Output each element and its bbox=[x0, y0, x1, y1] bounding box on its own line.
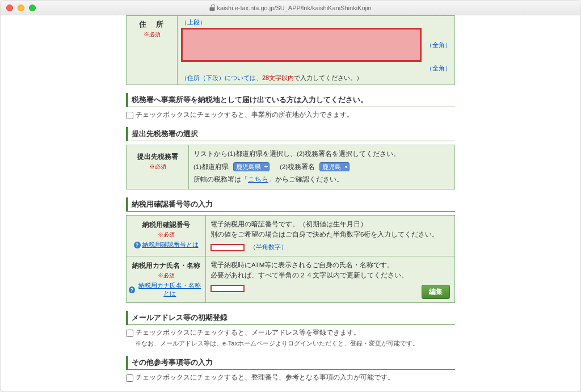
tax-confirm-body: 電子納税用の暗証番号です。（初期値は生年月日） 別の値をご希望の場合はご自身で決… bbox=[206, 216, 454, 256]
office-footnote: 所轄の税務署は「こちら」からご確認ください。 bbox=[193, 174, 450, 186]
foot-post: 」からご確認ください。 bbox=[268, 176, 343, 183]
office-box: 提出先税務署 ※必須 リストから(1)都道府県を選択し、(2)税務署名を選択して… bbox=[126, 145, 455, 189]
mail-subnote: ※なお、メールアドレス等は、e-Taxホームページよりログインいただくと、登録・… bbox=[135, 339, 455, 348]
tax-confirm-help[interactable]: ? 納税用確認番号とは bbox=[129, 241, 203, 249]
url-bar[interactable]: kaishi.e-tax.nta.go.jp/SU_APP/lnk/kaishi… bbox=[209, 5, 371, 11]
mail-checkbox[interactable] bbox=[126, 330, 133, 337]
page-content: 住 所 ※必須 （上段） （全角） （全角） bbox=[126, 15, 455, 391]
tax-kana-help-link[interactable]: 納税用カナ氏名・名称とは bbox=[137, 282, 203, 298]
tax-kana-input[interactable] bbox=[210, 285, 245, 292]
tax-confirm-label-cell: 納税用確認番号 ※必須 ? 納税用確認番号とは bbox=[127, 216, 206, 256]
tax-confirm-help-link[interactable]: 納税用確認番号とは bbox=[142, 241, 199, 249]
mail-check-line[interactable]: チェックボックスにチェックすると、メールアドレス等を登録できます。 bbox=[126, 328, 455, 337]
address-body: （上段） （全角） （全角） （住所（下段）については、28文字以内で入力してく… bbox=[178, 16, 454, 85]
maximize-window-icon[interactable] bbox=[29, 5, 36, 11]
prefecture-select[interactable]: 鹿児島県 bbox=[233, 162, 270, 171]
half-width-note: （半角数字） bbox=[250, 243, 287, 250]
taxnum-heading: 納税用確認番号等の入力 bbox=[126, 197, 455, 212]
foot-link[interactable]: こちら bbox=[248, 176, 268, 183]
help-icon-2: ? bbox=[129, 286, 135, 293]
tax-confirm-box: 納税用確認番号 ※必須 ? 納税用確認番号とは 電子納税用の暗証番号です。（初期… bbox=[126, 215, 455, 256]
office-body: リストから(1)都道府県を選択し、(2)税務署名を選択してください。 (1)都道… bbox=[189, 145, 454, 189]
mail-check-text: チェックボックスにチェックすると、メールアドレス等を登録できます。 bbox=[136, 328, 360, 337]
edit-button[interactable]: 編集 bbox=[422, 285, 450, 299]
help-icon: ? bbox=[134, 242, 141, 248]
office-label: 提出先税務署 bbox=[137, 153, 178, 161]
fullwidth-note-2: （全角） bbox=[426, 64, 451, 73]
tax-kana-box: 納税用カナ氏名・名称 ※必須 ? 納税用カナ氏名・名称とは 電子納税時にATM等… bbox=[126, 256, 455, 303]
required-badge-4: ※必須 bbox=[129, 272, 203, 280]
note-suffix: で入力してください。） bbox=[294, 74, 363, 81]
tax-confirm-input[interactable] bbox=[210, 244, 245, 251]
browser-window: kaishi.e-tax.nta.go.jp/SU_APP/lnk/kaishi… bbox=[0, 0, 581, 392]
page-viewport: 住 所 ※必須 （上段） （全角） （全角） bbox=[1, 15, 580, 391]
close-window-icon[interactable] bbox=[6, 5, 13, 11]
other-heading: その他参考事項等の入力 bbox=[126, 356, 455, 370]
note-red: 28文字以内 bbox=[262, 74, 294, 81]
address-label-cell: 住 所 ※必須 bbox=[127, 16, 178, 85]
tax-kana-label-cell: 納税用カナ氏名・名称 ※必須 ? 納税用カナ氏名・名称とは bbox=[127, 256, 206, 302]
window-controls bbox=[6, 5, 36, 11]
tax-kana-body: 電子納税時にATM等に表示されるご自身の氏名・名称です。 必要があれば、すべて半… bbox=[206, 256, 454, 302]
tax-kana-text2: 必要があれば、すべて半角の２４文字以内で更新してください。 bbox=[210, 270, 450, 280]
tax-kana-label: 納税用カナ氏名・名称 bbox=[132, 262, 200, 269]
pref-label: (1)都道府県 bbox=[193, 162, 229, 173]
business-heading: 税務署へ事業所等を納税地として届け出ている方は入力してください。 bbox=[126, 93, 455, 107]
address-label: 住 所 bbox=[139, 20, 165, 28]
fullwidth-note-1: （全角） bbox=[426, 41, 451, 49]
mail-heading: メールアドレス等の初期登録 bbox=[126, 311, 455, 325]
tax-kana-help[interactable]: ? 納税用カナ氏名・名称とは bbox=[129, 282, 203, 298]
note-prefix: （住所（下段）については、 bbox=[181, 74, 262, 81]
tax-confirm-text1: 電子納税用の暗証番号です。（初期値は生年月日） bbox=[210, 219, 450, 229]
upper-row-note: （上段） bbox=[181, 18, 206, 27]
office-instruction: リストから(1)都道府県を選択し、(2)税務署名を選択してください。 bbox=[193, 149, 450, 160]
taxoffice-select[interactable]: 鹿児島 bbox=[319, 162, 350, 171]
business-check-text: チェックボックスにチェックすると、事業所の所在地が入力できます。 bbox=[136, 111, 353, 119]
taxoffice-label: (2)税務署名 bbox=[280, 162, 315, 173]
required-badge-3: ※必須 bbox=[129, 231, 203, 239]
business-check-line[interactable]: チェックボックスにチェックすると、事業所の所在地が入力できます。 bbox=[126, 111, 455, 119]
required-badge-2: ※必須 bbox=[129, 163, 186, 171]
lock-icon bbox=[209, 5, 214, 11]
tax-confirm-text2: 別の値をご希望の場合はご自身で決めた半角数字6桁を入力してください。 bbox=[210, 229, 450, 239]
tax-confirm-label: 納税用確認番号 bbox=[142, 221, 190, 229]
address-upper-input[interactable] bbox=[181, 28, 422, 62]
other-check-text: チェックボックスにチェックすると、整理番号、参考となる事項の入力が可能です。 bbox=[136, 373, 394, 382]
office-heading: 提出先税務署の選択 bbox=[126, 127, 455, 141]
address-lower-note: （住所（下段）については、28文字以内で入力してください。） bbox=[181, 74, 451, 82]
other-checkbox[interactable] bbox=[126, 374, 133, 382]
foot-pre: 所轄の税務署は「 bbox=[193, 176, 248, 183]
tax-kana-text1: 電子納税時にATM等に表示されるご自身の氏名・名称です。 bbox=[210, 260, 450, 270]
titlebar: kaishi.e-tax.nta.go.jp/SU_APP/lnk/kaishi… bbox=[1, 1, 580, 15]
minimize-window-icon[interactable] bbox=[18, 5, 24, 11]
required-badge: ※必須 bbox=[129, 31, 175, 39]
address-section: 住 所 ※必須 （上段） （全角） （全角） bbox=[126, 15, 455, 85]
office-label-cell: 提出先税務署 ※必須 bbox=[127, 145, 189, 189]
url-text: kaishi.e-tax.nta.go.jp/SU_APP/lnk/kaishi… bbox=[217, 5, 371, 11]
other-check-line[interactable]: チェックボックスにチェックすると、整理番号、参考となる事項の入力が可能です。 bbox=[126, 373, 455, 382]
business-checkbox[interactable] bbox=[126, 112, 133, 119]
